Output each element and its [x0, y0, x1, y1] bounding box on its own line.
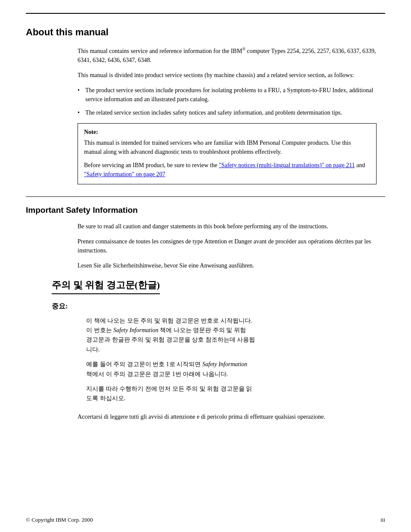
safety-info-italic-1: Safety Information [113, 327, 159, 333]
page-footer: © Copyright IBM Corp. 2000 iii [26, 516, 385, 523]
footer-copyright: © Copyright IBM Corp. 2000 [26, 516, 93, 523]
footer-page-number: iii [380, 516, 385, 523]
registered-mark: ® [242, 47, 246, 51]
note-box: Note: This manual is intended for traine… [78, 123, 377, 184]
note-links-block: Before servicing an IBM product, be sure… [84, 161, 370, 179]
safety-it-paragraph: Accertarsi di leggere tutti gli avvisi d… [78, 412, 377, 421]
intro-paragraph: This manual contains service and referen… [78, 46, 377, 65]
top-rule [26, 13, 385, 14]
bullet-item-1: The product service sections include pro… [78, 86, 377, 104]
korean-para-1: 이 책에 나오는 모든 주의 및 위험 경고문은 번호로 시작됩니다. 이 번호… [86, 316, 377, 355]
italian-safety-block: Accertarsi di leggere tutti gli avvisi d… [78, 412, 377, 421]
safety-de-paragraph: Lesen Sie alle Sicherheitshinweise, bevo… [78, 261, 377, 270]
page-container: About this manual This manual contains s… [0, 0, 411, 532]
safety-info-italic-2: Safety Information [202, 361, 248, 367]
korean-para-2: 예를 들어 주의 경고문이 번호 1로 시작되면 Safety Informat… [86, 360, 377, 379]
safety-en-paragraph: Be sure to read all caution and danger s… [78, 222, 377, 231]
safety-information-link[interactable]: "Safety information" on page 207 [84, 171, 165, 177]
link-between-text: and [355, 162, 365, 168]
safety-fr-paragraph: Prenez connaissance de toutes les consig… [78, 237, 377, 255]
about-manual-section: About this manual This manual contains s… [26, 27, 385, 184]
korean-para-3: 지시를 따라 수행하기 전에 먼저 모든 주의 및 위험 경고문을 읽 도록 하… [86, 384, 377, 404]
bullet-item-2: The related service section includes saf… [78, 108, 377, 117]
about-manual-content: This manual contains service and referen… [78, 46, 377, 184]
note-title: Note: [84, 129, 370, 136]
note-body: This manual is intended for trained serv… [84, 138, 370, 156]
feature-list: The product service sections include pro… [78, 86, 377, 117]
korean-title: 주의 및 위험 경고문(한글) [52, 279, 160, 294]
structure-paragraph: This manual is divided into product serv… [78, 71, 377, 80]
about-manual-title: About this manual [26, 27, 385, 38]
important-safety-section: Important Safety Information Be sure to … [26, 205, 385, 421]
korean-section: 주의 및 위험 경고문(한글) 중요: 이 책에 나오는 모든 주의 및 위험 … [52, 279, 377, 404]
section-divider [26, 196, 385, 197]
korean-subtitle: 중요: [52, 302, 377, 311]
before-servicing-text: Before servicing an IBM product, be sure… [84, 162, 219, 168]
important-safety-title: Important Safety Information [26, 205, 385, 215]
safety-notices-link[interactable]: "Safety notices (multi-lingual translati… [219, 162, 355, 168]
important-safety-content: Be sure to read all caution and danger s… [78, 222, 377, 270]
